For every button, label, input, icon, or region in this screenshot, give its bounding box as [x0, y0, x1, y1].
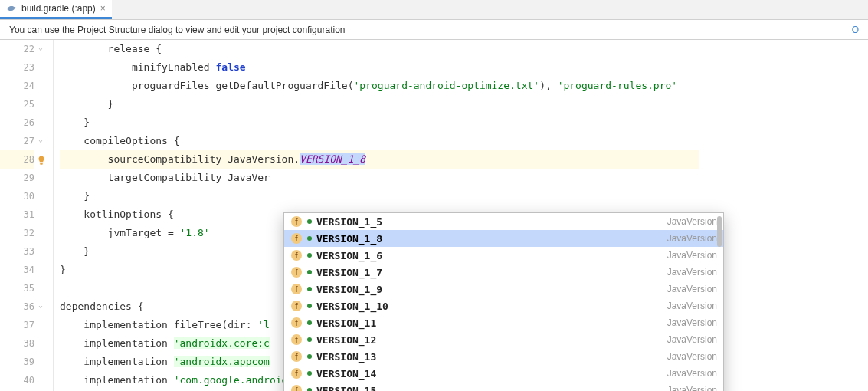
info-bar-action-truncated[interactable]: O	[852, 25, 859, 35]
completion-type: JavaVersion	[667, 216, 717, 227]
completion-label: VERSION_13	[316, 351, 663, 363]
visibility-dot-icon	[307, 388, 312, 391]
completion-type: JavaVersion	[667, 233, 717, 244]
field-icon: f	[290, 215, 303, 228]
gutter-line: 31	[0, 205, 34, 224]
completion-list: fVERSION_1_5JavaVersionfVERSION_1_8JavaV…	[284, 213, 723, 391]
gutter-line: 28	[0, 150, 34, 169]
code-line[interactable]: }	[60, 113, 699, 132]
completion-item[interactable]: fVERSION_15JavaVersion	[284, 382, 723, 391]
fold-icon[interactable]: ⌄	[36, 135, 45, 144]
field-icon: f	[290, 283, 303, 295]
code-line[interactable]: }	[60, 95, 699, 113]
field-icon: f	[290, 350, 303, 363]
editor: 22⌄2324252627⌄282930313233343536⌄3738394…	[0, 40, 868, 391]
gutter-line: 36⌄	[0, 297, 34, 316]
visibility-dot-icon	[307, 287, 312, 291]
code-line[interactable]: targetCompatibility JavaVer	[60, 169, 699, 187]
gutter: 22⌄2324252627⌄282930313233343536⌄3738394…	[0, 40, 54, 391]
gutter-line: 25	[0, 95, 34, 113]
info-message: You can use the Project Structure dialog…	[9, 25, 346, 35]
completion-type: JavaVersion	[667, 334, 717, 345]
gutter-line: 23	[0, 58, 34, 77]
field-icon: f	[290, 317, 303, 329]
field-icon: f	[290, 232, 303, 245]
visibility-dot-icon	[307, 320, 312, 325]
code-line[interactable]: minifyEnabled false	[60, 58, 699, 77]
completion-type: JavaVersion	[667, 351, 717, 362]
gutter-line: 35	[0, 279, 34, 297]
completion-label: VERSION_1_10	[316, 301, 663, 312]
gutter-line: 37	[0, 316, 34, 334]
scrollbar-thumb[interactable]	[717, 216, 722, 247]
gutter-line: 30	[0, 187, 34, 205]
completion-item[interactable]: fVERSION_12JavaVersion	[284, 331, 723, 348]
completion-label: VERSION_15	[316, 385, 663, 392]
fold-icon[interactable]: ⌄	[36, 43, 45, 52]
visibility-dot-icon	[307, 371, 312, 376]
tab-bar: build.gradle (:app) ×	[0, 0, 868, 20]
visibility-dot-icon	[307, 253, 312, 258]
completion-item[interactable]: fVERSION_1_9JavaVersion	[284, 281, 723, 297]
code-line[interactable]: release {	[60, 40, 699, 58]
close-icon[interactable]: ×	[100, 4, 106, 13]
completion-type: JavaVersion	[667, 301, 717, 311]
gutter-line: 22⌄	[0, 40, 34, 58]
gutter-line: 33	[0, 242, 34, 261]
tab-label: build.gradle (:app)	[21, 3, 96, 14]
completion-label: VERSION_11	[316, 317, 663, 329]
completion-type: JavaVersion	[667, 267, 717, 278]
gutter-line: 29	[0, 169, 34, 187]
completion-item[interactable]: fVERSION_1_5JavaVersion	[284, 213, 723, 230]
visibility-dot-icon	[307, 304, 312, 308]
visibility-dot-icon	[307, 354, 312, 359]
completion-item[interactable]: fVERSION_1_6JavaVersion	[284, 247, 723, 264]
gutter-line: 26	[0, 113, 34, 132]
code-line[interactable]: compileOptions {	[60, 132, 699, 150]
gutter-line: 39	[0, 353, 34, 371]
completion-label: VERSION_1_9	[316, 284, 663, 295]
gutter-line: 27⌄	[0, 132, 34, 150]
code-line[interactable]: proguardFiles getDefaultProguardFile('pr…	[60, 77, 699, 95]
field-icon: f	[290, 384, 303, 391]
visibility-dot-icon	[307, 219, 312, 224]
gutter-line: 40	[0, 371, 34, 389]
completion-label: VERSION_1_6	[316, 250, 663, 261]
fold-icon[interactable]: ⌄	[36, 301, 45, 310]
completion-item[interactable]: fVERSION_11JavaVersion	[284, 314, 723, 331]
completion-label: VERSION_14	[316, 368, 663, 380]
completion-item[interactable]: fVERSION_14JavaVersion	[284, 365, 723, 382]
tab-build-gradle[interactable]: build.gradle (:app) ×	[0, 0, 112, 19]
completion-type: JavaVersion	[667, 284, 717, 294]
completion-type: JavaVersion	[667, 317, 717, 328]
completion-label: VERSION_12	[316, 334, 663, 346]
visibility-dot-icon	[307, 236, 312, 241]
completion-popup: fVERSION_1_5JavaVersionfVERSION_1_8JavaV…	[283, 212, 724, 391]
completion-item[interactable]: fVERSION_13JavaVersion	[284, 348, 723, 365]
completion-item[interactable]: fVERSION_1_10JavaVersion	[284, 297, 723, 314]
completion-type: JavaVersion	[667, 385, 717, 391]
field-icon: f	[290, 334, 303, 346]
completion-type: JavaVersion	[667, 368, 717, 379]
field-icon: f	[290, 249, 303, 261]
gutter-line: 38	[0, 334, 34, 353]
visibility-dot-icon	[307, 270, 312, 274]
completion-label: VERSION_1_5	[316, 216, 663, 228]
completion-item[interactable]: fVERSION_1_7JavaVersion	[284, 264, 723, 281]
gutter-line: 32	[0, 224, 34, 242]
gutter-line: 34	[0, 261, 34, 279]
field-icon: f	[290, 266, 303, 278]
intention-bulb-icon[interactable]	[36, 153, 47, 164]
completion-type: JavaVersion	[667, 250, 717, 261]
gradle-icon	[6, 3, 17, 14]
info-bar: You can use the Project Structure dialog…	[0, 20, 868, 40]
completion-label: VERSION_1_7	[316, 267, 663, 278]
visibility-dot-icon	[307, 337, 312, 342]
field-icon: f	[290, 300, 303, 312]
field-icon: f	[290, 367, 303, 380]
gutter-line: 24	[0, 77, 34, 95]
code-line[interactable]: }	[60, 187, 699, 205]
completion-item[interactable]: fVERSION_1_8JavaVersion	[284, 230, 723, 247]
code-line[interactable]: sourceCompatibility JavaVersion.VERSION_…	[60, 150, 699, 169]
completion-label: VERSION_1_8	[316, 233, 663, 245]
